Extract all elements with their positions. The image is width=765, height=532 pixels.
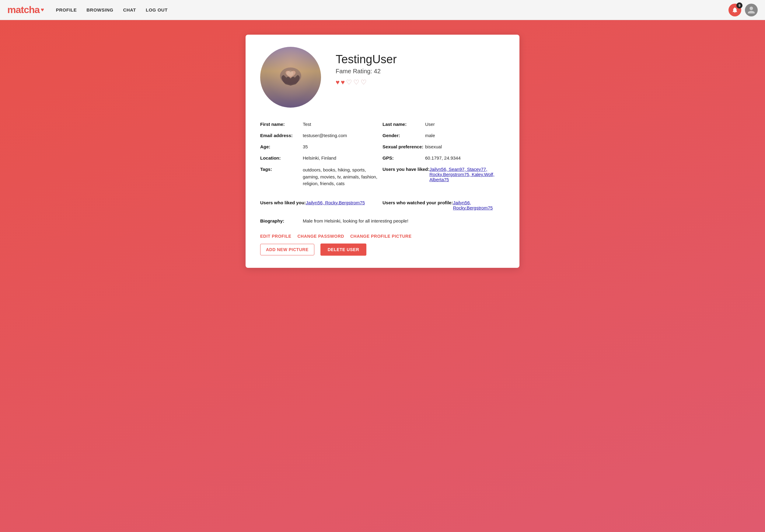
profile-info: TestingUser Fame Rating: 42 ♥ ♥ ♡ ♡ ♡ — [336, 47, 397, 86]
age-value: 35 — [303, 144, 308, 149]
gender-label: Gender: — [382, 133, 425, 138]
nav-profile[interactable]: PROFILE — [56, 7, 77, 12]
gps-value: 60.1797, 24.9344 — [425, 155, 461, 160]
main-nav: PROFILE BROWSING CHAT LOG OUT — [56, 7, 168, 12]
email-value: testuser@testing.com — [303, 133, 347, 138]
location-row: Location: Helsinki, Finland — [260, 152, 382, 163]
last-name-row: Last name: User — [382, 119, 505, 130]
email-label: Email address: — [260, 133, 303, 138]
tags-row: Tags: outdoors, books, hiking, sports, g… — [260, 163, 382, 190]
watched-value: Jailyn56, Rocky.Bergstrom75 — [453, 200, 505, 210]
liked-users-link[interactable]: Jailyn56, Sean97, Stacey77, Rocky.Bergst… — [429, 166, 494, 182]
edit-profile-button[interactable]: EDIT PROFILE — [260, 234, 291, 239]
heart-5: ♡ — [361, 79, 367, 86]
age-label: Age: — [260, 144, 303, 149]
profile-top: TestingUser Fame Rating: 42 ♥ ♥ ♡ ♡ ♡ — [260, 47, 505, 108]
heart-hands-image — [274, 61, 307, 94]
svg-point-1 — [287, 71, 293, 76]
age-row: Age: 35 — [260, 141, 382, 152]
bio-label: Biography: — [260, 218, 303, 223]
location-label: Location: — [260, 155, 303, 160]
actions-row-2: ADD NEW PICTURE DELETE USER — [260, 243, 505, 256]
liked-you-label: Users who liked you: — [260, 200, 306, 205]
avatar-icon — [747, 6, 756, 14]
tags-label: Tags: — [260, 166, 303, 172]
location-value: Helsinki, Finland — [303, 155, 336, 160]
liked-users-row: Users you have liked: Jailyn56, Sean97, … — [382, 163, 505, 185]
header-right: 9 — [728, 4, 758, 16]
fame-rating: Fame Rating: 42 — [336, 68, 397, 75]
main-content: TestingUser Fame Rating: 42 ♥ ♥ ♡ ♡ ♡ Fi… — [0, 20, 765, 282]
liked-users-label: Users you have liked: — [382, 166, 429, 172]
bio-value: Male from Helsinki, looking for all inte… — [303, 218, 408, 223]
nav-logout[interactable]: LOG OUT — [146, 7, 168, 12]
social-section: Users who liked you: Jailyn56, Rocky.Ber… — [260, 198, 505, 213]
liked-you-value: Jailyn56, Rocky.Bergstrom75 — [306, 200, 365, 205]
liked-you-link[interactable]: Jailyn56, Rocky.Bergstrom75 — [306, 200, 365, 205]
notification-button[interactable]: 9 — [728, 4, 741, 16]
gender-value: male — [425, 133, 435, 138]
gender-row: Gender: male — [382, 130, 505, 141]
profile-photo — [260, 47, 321, 108]
watched-label: Users who watched your profile: — [382, 200, 453, 205]
app-logo[interactable]: matcha♥ — [7, 4, 44, 16]
change-picture-button[interactable]: CHANGE PROFILE PICTURE — [350, 234, 412, 239]
profile-username: TestingUser — [336, 53, 397, 66]
heart-3: ♡ — [346, 79, 352, 86]
watched-link[interactable]: Jailyn56, Rocky.Bergstrom75 — [453, 200, 493, 210]
change-password-button[interactable]: CHANGE PASSWORD — [297, 234, 344, 239]
heart-4: ♡ — [353, 79, 360, 86]
sexual-pref-label: Sexual preference: — [382, 144, 425, 149]
logo-heart-icon: ♥ — [41, 7, 44, 13]
nav-chat[interactable]: CHAT — [123, 7, 136, 12]
watched-row: Users who watched your profile: Jailyn56… — [382, 198, 505, 213]
liked-users-value: Jailyn56, Sean97, Stacey77, Rocky.Bergst… — [429, 166, 505, 182]
logo-text: matcha — [7, 4, 40, 16]
liked-you-row: Users who liked you: Jailyn56, Rocky.Ber… — [260, 198, 382, 213]
notification-badge: 9 — [736, 2, 742, 9]
email-row: Email address: testuser@testing.com — [260, 130, 382, 141]
profile-card: TestingUser Fame Rating: 42 ♥ ♥ ♡ ♡ ♡ Fi… — [246, 35, 519, 268]
first-name-label: First name: — [260, 122, 303, 127]
gps-label: GPS: — [382, 155, 425, 160]
user-avatar[interactable] — [745, 4, 758, 16]
gps-row: GPS: 60.1797, 24.9344 — [382, 152, 505, 163]
biography-row: Biography: Male from Helsinki, looking f… — [260, 215, 505, 226]
photo-inner — [260, 47, 321, 108]
first-name-row: First name: Test — [260, 119, 382, 130]
heart-1: ♥ — [336, 79, 340, 86]
delete-user-button[interactable]: DELETE USER — [321, 243, 367, 256]
last-name-label: Last name: — [382, 122, 425, 127]
tags-value: outdoors, books, hiking, sports, gaming,… — [303, 166, 382, 187]
sexual-pref-row: Sexual preference: bisexual — [382, 141, 505, 152]
nav-browsing[interactable]: BROWSING — [86, 7, 113, 12]
sexual-pref-value: bisexual — [425, 144, 442, 149]
add-picture-button[interactable]: ADD NEW PICTURE — [260, 244, 314, 255]
heart-2: ♥ — [341, 79, 345, 86]
first-name-value: Test — [303, 122, 311, 127]
last-name-value: User — [425, 122, 435, 127]
fame-hearts: ♥ ♥ ♡ ♡ ♡ — [336, 79, 397, 86]
actions-row-1: EDIT PROFILE CHANGE PASSWORD CHANGE PROF… — [260, 234, 505, 239]
profile-details: First name: Test Last name: User Email a… — [260, 119, 505, 190]
